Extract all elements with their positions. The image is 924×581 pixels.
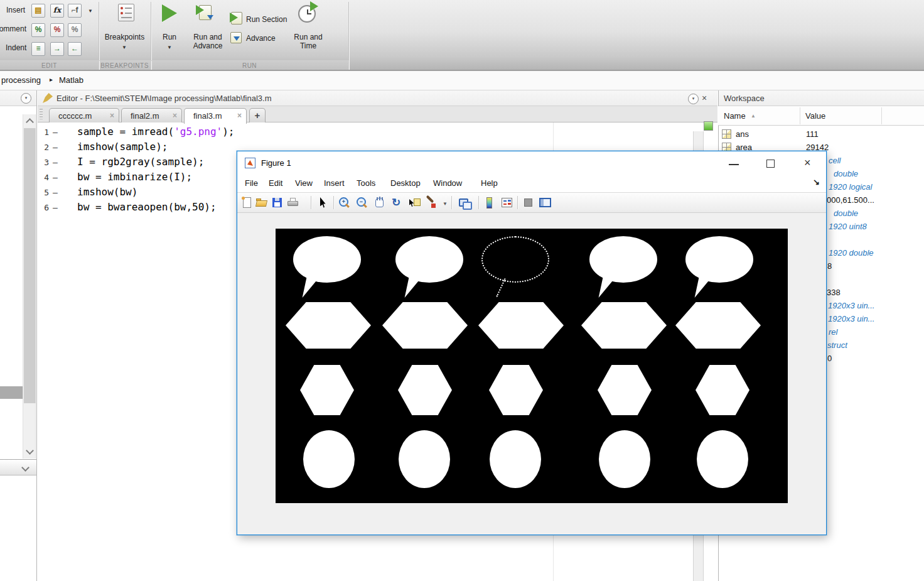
- workspace-value-fragment[interactable]: struct: [827, 340, 847, 350]
- insert-caret-icon[interactable]: ▼: [88, 9, 93, 14]
- selected-file-row[interactable]: [0, 386, 23, 399]
- workspace-value-fragment[interactable]: 1920 uint8: [829, 222, 867, 231]
- details-bar[interactable]: [0, 460, 36, 475]
- menu-file[interactable]: File: [245, 178, 258, 188]
- column-divider[interactable]: [800, 107, 800, 124]
- scrollbar-thumb[interactable]: [24, 128, 36, 403]
- zoom-in-icon[interactable]: +: [338, 197, 351, 209]
- indent-left-icon[interactable]: ←: [68, 42, 82, 56]
- menu-help[interactable]: Help: [481, 178, 498, 188]
- brush-data-icon[interactable]: [424, 197, 437, 209]
- breakpoints-icon: [118, 4, 134, 21]
- close-icon[interactable]: ×: [804, 157, 811, 168]
- hide-plot-tools-icon[interactable]: [522, 197, 535, 209]
- wrap-comments-icon[interactable]: %: [68, 23, 82, 37]
- breadcrumb-item-matlab[interactable]: Matlab: [59, 75, 83, 85]
- maximize-icon[interactable]: [766, 160, 775, 168]
- data-cursor-icon[interactable]: [409, 197, 421, 209]
- code-line[interactable]: 1– sample = imread('g5.png');: [38, 126, 717, 141]
- workspace-value-fragment[interactable]: 1920x3 uin...: [828, 301, 874, 310]
- zoom-out-icon[interactable]: −: [356, 197, 368, 209]
- menu-view[interactable]: View: [295, 178, 313, 188]
- figure-menubar: File Edit View Insert Tools Desktop Wind…: [237, 175, 826, 193]
- column-header-value[interactable]: Value: [805, 111, 825, 121]
- scroll-up-icon[interactable]: [26, 118, 34, 126]
- folder-scrollbar[interactable]: [23, 114, 36, 459]
- scroll-down-icon[interactable]: [26, 447, 34, 455]
- workspace-value-fragment[interactable]: 1920 double: [829, 248, 874, 258]
- figure-canvas: [237, 213, 826, 535]
- menu-insert[interactable]: Insert: [324, 178, 345, 188]
- menu-window[interactable]: Window: [433, 178, 462, 188]
- workspace-value-fragment[interactable]: rel: [829, 327, 837, 337]
- workspace-value-fragment[interactable]: 000,61.500...: [827, 195, 874, 205]
- panel-menu-icon[interactable]: ▾: [21, 93, 31, 104]
- tab-cccccc[interactable]: cccccc.m ×: [49, 108, 119, 122]
- minimize-icon[interactable]: [729, 164, 739, 165]
- workspace-value-fragment[interactable]: cell: [829, 156, 841, 165]
- editor-tabbar: cccccc.m × final2.m × final3.m × +: [38, 106, 717, 122]
- shape-hexagon: [696, 365, 749, 415]
- figure-titlebar[interactable]: Figure 1 ×: [237, 151, 826, 175]
- insert-subsection-icon[interactable]: ⌐f: [68, 4, 82, 18]
- print-figure-icon[interactable]: [287, 197, 299, 209]
- breakpoints-caret-icon: ▼: [122, 45, 127, 50]
- brush-caret-icon[interactable]: ▼: [443, 202, 448, 207]
- code-text: bw = bwareaopen(bw,50);: [77, 201, 217, 213]
- insert-function-icon[interactable]: fx: [50, 4, 64, 18]
- workspace-value-fragment[interactable]: double: [834, 169, 858, 178]
- shape-circle: [399, 430, 450, 488]
- run-caret-icon: ▼: [167, 45, 172, 50]
- shape-hexagon-wide: [675, 302, 761, 349]
- open-file-icon[interactable]: [255, 197, 268, 209]
- editor-menu-icon[interactable]: ▾: [688, 94, 699, 104]
- column-header-name[interactable]: Name: [724, 111, 746, 121]
- workspace-value-fragment[interactable]: 1920 logical: [829, 182, 872, 192]
- shape-hexagon: [398, 365, 452, 415]
- tab-close-icon[interactable]: ×: [237, 111, 242, 120]
- tabbar-grip[interactable]: [40, 109, 43, 119]
- uncomment-icon[interactable]: %: [50, 23, 64, 37]
- current-folder-panel: ▾: [0, 90, 37, 581]
- tab-final2[interactable]: final2.m ×: [121, 108, 182, 122]
- menu-edit[interactable]: Edit: [269, 178, 282, 188]
- tab-close-icon[interactable]: ×: [110, 111, 114, 120]
- menu-tools[interactable]: Tools: [357, 178, 375, 188]
- show-plot-tools-icon[interactable]: [539, 197, 552, 209]
- workspace-value-fragment[interactable]: 338: [827, 288, 841, 297]
- comment-icon[interactable]: %: [31, 23, 45, 37]
- insert-colorbar-icon[interactable]: [483, 197, 496, 209]
- save-figure-icon[interactable]: [271, 197, 284, 209]
- menu-desktop[interactable]: Desktop: [390, 178, 421, 188]
- tab-close-icon[interactable]: ×: [173, 111, 177, 120]
- tab-final3-active[interactable]: final3.m ×: [184, 108, 247, 124]
- editor-close-icon[interactable]: ×: [702, 94, 707, 102]
- shape-speech-balloon: [685, 236, 753, 283]
- rotate-3d-icon[interactable]: ↻: [392, 197, 404, 209]
- smart-indent-icon[interactable]: ≡: [31, 42, 45, 56]
- column-divider[interactable]: [881, 107, 882, 124]
- details-expand-icon[interactable]: [21, 464, 30, 472]
- workspace-row-ans[interactable]: ans 111: [719, 128, 924, 141]
- pointer-icon[interactable]: [318, 197, 330, 209]
- section-label-run: RUN: [151, 62, 348, 69]
- shape-hexagon: [489, 365, 543, 415]
- workspace-value-fragment[interactable]: double: [834, 209, 858, 218]
- insert-section-icon[interactable]: ▤: [31, 4, 45, 18]
- workspace-value-fragment[interactable]: 0: [827, 354, 832, 363]
- shape-circle: [599, 430, 650, 488]
- code-text: sample = imread('g5.png');: [77, 126, 234, 138]
- breadcrumb-item-processing[interactable]: processing: [1, 75, 41, 85]
- shape-hexagon-wide: [382, 302, 468, 349]
- dock-figure-icon[interactable]: ↘: [813, 177, 820, 187]
- code-analyzer-indicator[interactable]: [704, 121, 713, 131]
- workspace-value-fragment[interactable]: 8: [827, 261, 832, 271]
- new-tab-button[interactable]: +: [249, 108, 266, 122]
- new-figure-icon[interactable]: [241, 197, 254, 209]
- link-plot-icon[interactable]: [458, 197, 471, 209]
- workspace-value-fragment[interactable]: 1920x3 uin...: [828, 314, 874, 323]
- insert-legend-icon[interactable]: [501, 197, 513, 209]
- pan-icon[interactable]: [373, 197, 386, 209]
- shape-circle: [303, 430, 355, 488]
- indent-right-icon[interactable]: →: [50, 42, 64, 56]
